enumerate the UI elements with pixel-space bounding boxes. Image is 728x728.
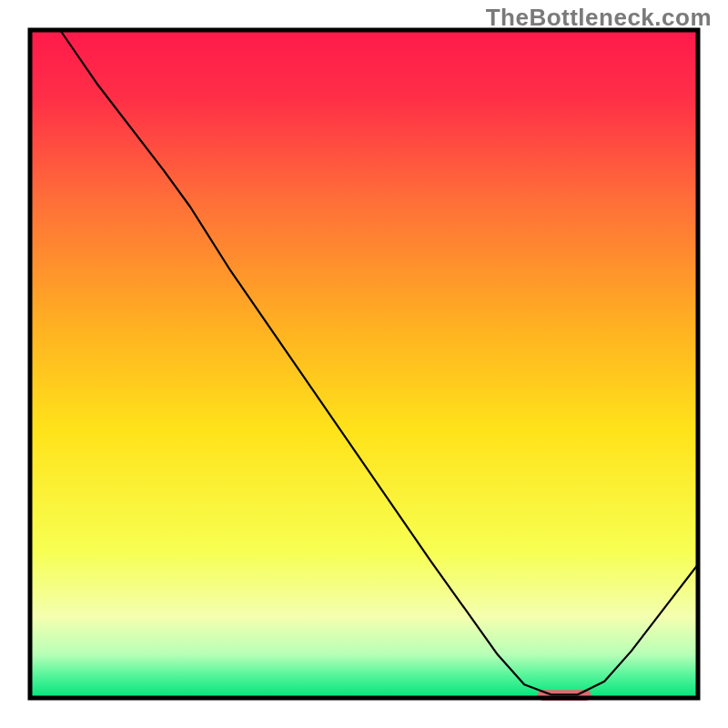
bottleneck-chart: TheBottleneck.com (0, 0, 728, 728)
gradient-background (30, 30, 698, 698)
watermark-text: TheBottleneck.com (486, 4, 712, 32)
chart-svg (0, 0, 728, 728)
